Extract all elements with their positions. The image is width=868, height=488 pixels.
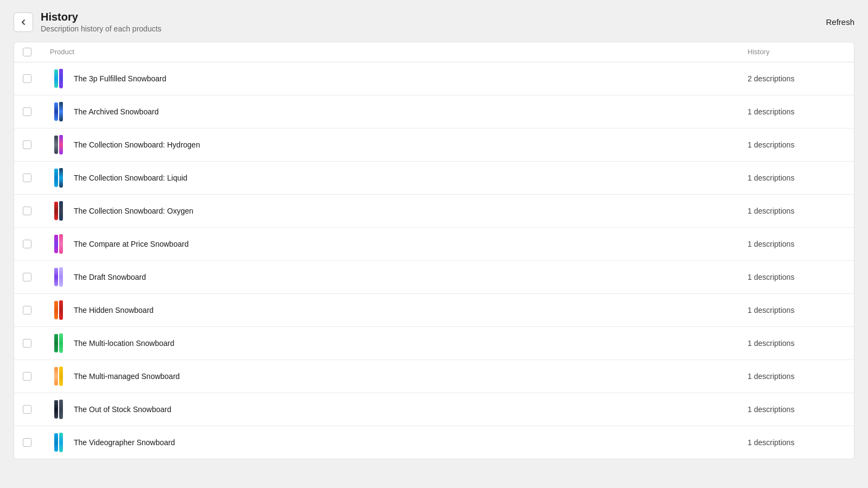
back-button[interactable] [14,12,33,32]
product-image [50,399,67,420]
table-row: The Compare at Price Snowboard 1 descrip… [14,228,854,261]
product-cell: The Collection Snowboard: Oxygen [50,200,748,222]
product-name: The Collection Snowboard: Hydrogen [74,140,200,149]
product-column-header: Product [50,48,748,56]
row-checkbox-cell [23,273,50,281]
product-image [50,332,67,354]
product-name: The Archived Snowboard [74,107,158,116]
row-checkbox-cell [23,339,50,348]
header-checkbox-cell [23,48,50,56]
product-image [50,101,67,123]
history-cell: 1 descriptions [748,207,845,215]
product-image [50,200,67,222]
product-image [50,233,67,255]
row-checkbox-cell [23,140,50,149]
row-checkbox-cell [23,207,50,215]
product-name: The Collection Snowboard: Liquid [74,174,187,182]
table-row: The Draft Snowboard 1 descriptions [14,261,854,294]
history-cell: 1 descriptions [748,273,845,281]
product-name: The Draft Snowboard [74,273,146,281]
product-name: The Multi-managed Snowboard [74,372,180,381]
page-header: History Description history of each prod… [14,11,854,33]
table-row: The 3p Fulfilled Snowboard 2 description… [14,62,854,95]
history-cell: 1 descriptions [748,306,845,314]
row-checkbox-cell [23,174,50,182]
history-column-header: History [748,48,845,56]
row-checkbox-cell [23,372,50,381]
product-image [50,365,67,387]
product-cell: The Draft Snowboard [50,266,748,288]
product-name: The Out of Stock Snowboard [74,405,171,414]
product-image [50,299,67,321]
row-checkbox[interactable] [23,306,31,314]
row-checkbox[interactable] [23,372,31,381]
row-checkbox-cell [23,107,50,116]
product-cell: The Multi-location Snowboard [50,332,748,354]
product-name: The 3p Fulfilled Snowboard [74,74,166,83]
history-cell: 2 descriptions [748,74,845,83]
history-cell: 1 descriptions [748,240,845,248]
product-image [50,432,67,453]
product-cell: The Out of Stock Snowboard [50,399,748,420]
row-checkbox[interactable] [23,240,31,248]
product-name: The Hidden Snowboard [74,306,154,314]
history-cell: 1 descriptions [748,339,845,348]
product-image [50,68,67,89]
table-row: The Videographer Snowboard 1 description… [14,426,854,459]
row-checkbox[interactable] [23,140,31,149]
page-title: History [41,11,162,23]
table-header: Product History [14,42,854,62]
product-cell: The 3p Fulfilled Snowboard [50,68,748,89]
refresh-button[interactable]: Refresh [826,17,854,27]
row-checkbox[interactable] [23,74,31,83]
history-cell: 1 descriptions [748,405,845,414]
history-cell: 1 descriptions [748,140,845,149]
row-checkbox-cell [23,438,50,447]
product-name: The Multi-location Snowboard [74,339,174,348]
product-cell: The Archived Snowboard [50,101,748,123]
history-cell: 1 descriptions [748,107,845,116]
row-checkbox-cell [23,405,50,414]
table-row: The Collection Snowboard: Oxygen 1 descr… [14,195,854,228]
table-row: The Multi-managed Snowboard 1 descriptio… [14,360,854,393]
product-cell: The Collection Snowboard: Hydrogen [50,134,748,156]
row-checkbox[interactable] [23,438,31,447]
product-cell: The Collection Snowboard: Liquid [50,167,748,189]
product-name: The Videographer Snowboard [74,438,175,447]
product-cell: The Compare at Price Snowboard [50,233,748,255]
header-left: History Description history of each prod… [14,11,162,33]
history-cell: 1 descriptions [748,174,845,182]
product-cell: The Hidden Snowboard [50,299,748,321]
table-row: The Multi-location Snowboard 1 descripti… [14,327,854,360]
product-image [50,134,67,156]
table-row: The Out of Stock Snowboard 1 description… [14,393,854,426]
row-checkbox[interactable] [23,174,31,182]
page-subtitle: Description history of each products [41,24,162,33]
select-all-checkbox[interactable] [23,48,31,56]
row-checkbox[interactable] [23,405,31,414]
table-row: The Collection Snowboard: Hydrogen 1 des… [14,129,854,162]
page-container: History Description history of each prod… [14,11,854,459]
table-row: The Hidden Snowboard 1 descriptions [14,294,854,327]
product-name: The Compare at Price Snowboard [74,240,189,248]
row-checkbox-cell [23,306,50,314]
row-checkbox[interactable] [23,273,31,281]
product-image [50,266,67,288]
product-name: The Collection Snowboard: Oxygen [74,207,193,215]
row-checkbox[interactable] [23,207,31,215]
row-checkbox[interactable] [23,107,31,116]
row-checkbox[interactable] [23,339,31,348]
product-image [50,167,67,189]
row-checkbox-cell [23,240,50,248]
product-cell: The Videographer Snowboard [50,432,748,453]
table-row: The Archived Snowboard 1 descriptions [14,95,854,129]
history-cell: 1 descriptions [748,438,845,447]
product-table: Product History The 3p Fulfilled Snowboa… [14,42,854,459]
product-cell: The Multi-managed Snowboard [50,365,748,387]
title-block: History Description history of each prod… [41,11,162,33]
back-arrow-icon [19,18,28,27]
row-checkbox-cell [23,74,50,83]
history-cell: 1 descriptions [748,372,845,381]
table-row: The Collection Snowboard: Liquid 1 descr… [14,162,854,195]
